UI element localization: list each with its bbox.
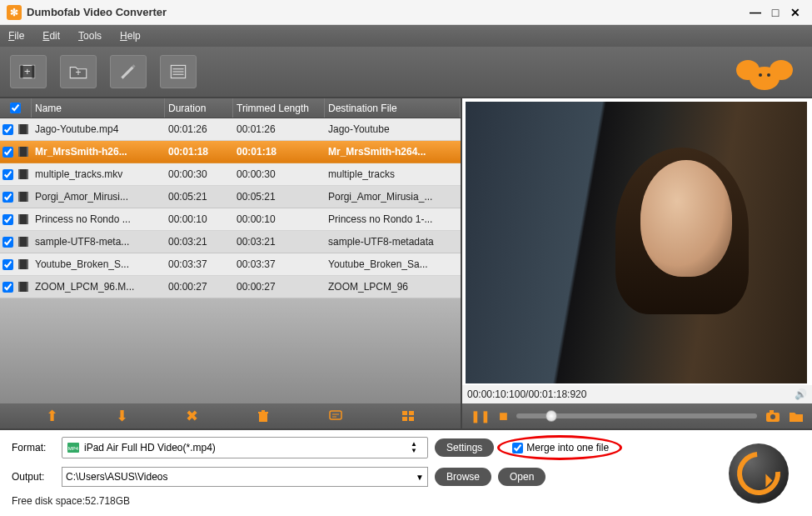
row-checkbox[interactable] (2, 169, 13, 180)
snapshot-button[interactable] (765, 409, 780, 423)
menu-tools[interactable]: Tools (78, 30, 102, 42)
row-checkbox[interactable] (2, 259, 13, 270)
format-spinner[interactable]: ▲▼ (411, 441, 424, 454)
svg-point-11 (770, 60, 793, 80)
table-row[interactable]: sample-UTF8-meta...00:03:2100:03:21sampl… (0, 231, 461, 253)
merge-label: Merge into one file (526, 442, 609, 453)
column-trimmed[interactable]: Trimmed Length (233, 98, 325, 118)
table-row[interactable]: ZOOM_LPCM_96.M...00:00:2700:00:27ZOOM_LP… (0, 276, 461, 298)
menu-edit[interactable]: Edit (42, 30, 60, 42)
output-dropdown-icon[interactable]: ▼ (416, 473, 424, 482)
format-label: Format: (12, 442, 62, 453)
thumbnail-button[interactable] (401, 408, 416, 423)
svg-point-12 (759, 73, 762, 77)
remove-button[interactable]: ✖ (186, 407, 198, 425)
playback-slider[interactable] (516, 413, 757, 418)
merge-checkbox[interactable] (512, 443, 523, 453)
table-row[interactable]: multiple_tracks.mkv00:00:3000:00:30multi… (0, 163, 461, 186)
cell-name: Youtube_Broken_S... (32, 258, 165, 270)
svg-rect-37 (27, 282, 28, 292)
open-button[interactable]: Open (498, 468, 545, 486)
svg-rect-31 (27, 237, 28, 247)
app-logo-icon: ✻ (7, 5, 22, 20)
toolbar: + + (0, 47, 812, 98)
svg-rect-24 (18, 192, 20, 202)
cell-duration: 00:01:18 (165, 146, 233, 158)
cell-name: Mr_MrsSmith-h26... (32, 146, 165, 158)
list-view-button[interactable] (160, 55, 197, 88)
browse-button[interactable]: Browse (435, 468, 491, 486)
svg-rect-1 (20, 65, 22, 78)
snapshot-folder-button[interactable] (789, 409, 804, 423)
add-folder-button[interactable]: + (60, 55, 97, 88)
cell-duration: 00:05:21 (165, 191, 233, 203)
svg-rect-44 (409, 417, 414, 421)
film-icon (15, 213, 32, 225)
volume-icon[interactable]: 🔊 (795, 388, 807, 400)
cell-trimmed: 00:01:26 (233, 123, 325, 135)
minimize-button[interactable]: — (745, 4, 765, 21)
cell-destination: multiple_tracks (325, 168, 461, 180)
select-all-checkbox[interactable] (10, 103, 21, 113)
list-icon (167, 61, 189, 83)
svg-rect-15 (18, 124, 20, 134)
row-checkbox[interactable] (2, 147, 13, 158)
table-row[interactable]: Porgi_Amor_Mirusi...00:05:2100:05:21Porg… (0, 186, 461, 208)
svg-rect-19 (27, 147, 28, 157)
format-value: iPad Air Full HD Video(*.mp4) (84, 442, 411, 453)
menu-help[interactable]: Help (120, 30, 141, 42)
cell-name: multiple_tracks.mkv (32, 168, 165, 180)
format-selector[interactable]: MP4 iPad Air Full HD Video(*.mp4) ▲▼ (62, 437, 428, 458)
row-checkbox[interactable] (2, 214, 13, 225)
row-checkbox[interactable] (2, 124, 13, 135)
table-row[interactable]: Jago-Youtube.mp400:01:2600:01:26Jago-You… (0, 118, 461, 141)
move-down-button[interactable]: ⬇ (116, 407, 128, 425)
table-row[interactable]: Mr_MrsSmith-h26...00:01:1800:01:18Mr_Mrs… (0, 141, 461, 163)
row-checkbox[interactable] (2, 192, 13, 203)
menu-file[interactable]: File (8, 30, 24, 42)
column-destination[interactable]: Destination File (325, 98, 461, 118)
edit-button[interactable] (110, 55, 147, 88)
film-icon (15, 281, 32, 293)
film-icon (15, 146, 32, 158)
add-file-button[interactable]: + (10, 55, 47, 88)
svg-rect-36 (18, 282, 20, 292)
svg-rect-38 (330, 411, 341, 419)
cell-trimmed: 00:03:37 (233, 258, 325, 270)
svg-text:+: + (24, 65, 31, 78)
film-icon (15, 168, 32, 180)
maximize-button[interactable]: □ (765, 4, 785, 21)
clear-all-button[interactable] (256, 408, 271, 423)
video-preview[interactable] (466, 102, 807, 383)
svg-rect-28 (27, 214, 28, 224)
cell-name: Princess no Rondo ... (32, 213, 165, 225)
column-name[interactable]: Name (32, 98, 165, 118)
svg-point-10 (736, 60, 760, 80)
move-up-button[interactable]: ⬆ (46, 407, 58, 425)
pause-button[interactable]: ❚❚ (471, 409, 491, 423)
svg-rect-18 (18, 147, 20, 157)
file-list[interactable]: Jago-Youtube.mp400:01:2600:01:26Jago-You… (0, 118, 461, 403)
column-duration[interactable]: Duration (165, 98, 233, 118)
row-checkbox[interactable] (2, 282, 13, 293)
close-button[interactable]: ✕ (785, 4, 805, 21)
svg-text:+: + (76, 67, 82, 78)
file-list-panel: Name Duration Trimmed Length Destination… (0, 98, 462, 403)
output-path-box[interactable]: ▼ (62, 467, 428, 487)
cell-name: sample-UTF8-meta... (32, 236, 165, 248)
output-path-input[interactable] (66, 471, 416, 483)
info-button[interactable] (328, 408, 343, 423)
cell-trimmed: 00:00:27 (233, 281, 325, 293)
cell-name: Jago-Youtube.mp4 (32, 123, 165, 135)
settings-button[interactable]: Settings (435, 438, 494, 457)
convert-button[interactable] (729, 443, 789, 503)
mascot-icon (735, 53, 794, 93)
svg-rect-2 (32, 65, 34, 78)
row-checkbox[interactable] (2, 237, 13, 248)
table-row[interactable]: Princess no Rondo ...00:00:1000:00:10Pri… (0, 208, 461, 231)
table-row[interactable]: Youtube_Broken_S...00:03:3700:03:37Youtu… (0, 253, 461, 276)
timecode-display: 00:00:10:100/00:01:18:920 (467, 388, 586, 400)
svg-rect-41 (402, 411, 407, 415)
window-title: Dumbofab Video Converter (27, 6, 745, 18)
stop-button[interactable]: ■ (499, 408, 508, 425)
